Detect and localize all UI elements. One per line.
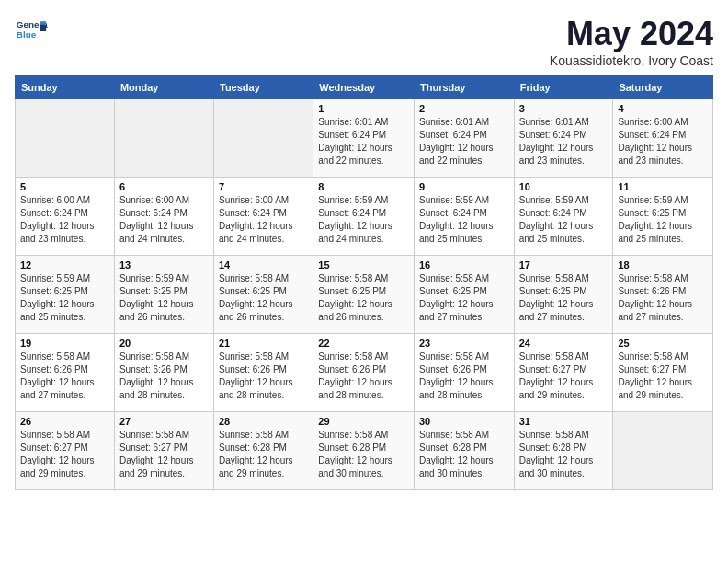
day-number: 12 <box>20 259 109 270</box>
day-number: 22 <box>318 338 409 349</box>
day-number: 24 <box>519 338 609 349</box>
calendar-cell: 29Sunrise: 5:58 AMSunset: 6:28 PMDayligh… <box>313 412 415 490</box>
day-info: Sunrise: 5:58 AMSunset: 6:26 PMDaylight:… <box>618 272 708 324</box>
day-number: 10 <box>519 181 609 192</box>
calendar-cell: 3Sunrise: 6:01 AMSunset: 6:24 PMDaylight… <box>514 99 613 178</box>
calendar-cell <box>16 99 115 178</box>
week-row-2: 5Sunrise: 6:00 AMSunset: 6:24 PMDaylight… <box>16 178 713 256</box>
day-info: Sunrise: 5:59 AMSunset: 6:25 PMDaylight:… <box>20 272 109 324</box>
calendar-cell: 15Sunrise: 5:58 AMSunset: 6:25 PMDayligh… <box>313 256 415 334</box>
day-number: 4 <box>618 103 708 114</box>
day-info: Sunrise: 5:58 AMSunset: 6:27 PMDaylight:… <box>519 350 609 402</box>
calendar-cell: 13Sunrise: 5:59 AMSunset: 6:25 PMDayligh… <box>114 256 213 334</box>
calendar-cell: 16Sunrise: 5:58 AMSunset: 6:25 PMDayligh… <box>414 256 514 334</box>
col-header-saturday: Saturday <box>613 76 713 99</box>
day-info: Sunrise: 6:01 AMSunset: 6:24 PMDaylight:… <box>318 116 409 167</box>
calendar-cell: 10Sunrise: 5:59 AMSunset: 6:24 PMDayligh… <box>514 178 613 256</box>
day-info: Sunrise: 5:59 AMSunset: 6:25 PMDaylight:… <box>618 194 708 246</box>
day-info: Sunrise: 5:58 AMSunset: 6:26 PMDaylight:… <box>318 350 409 402</box>
calendar-cell: 9Sunrise: 5:59 AMSunset: 6:24 PMDaylight… <box>414 178 514 256</box>
calendar-cell: 12Sunrise: 5:59 AMSunset: 6:25 PMDayligh… <box>16 256 115 334</box>
day-info: Sunrise: 5:58 AMSunset: 6:28 PMDaylight:… <box>519 429 609 480</box>
col-header-thursday: Thursday <box>414 76 514 99</box>
col-header-tuesday: Tuesday <box>214 76 313 99</box>
day-info: Sunrise: 5:59 AMSunset: 6:24 PMDaylight:… <box>519 194 609 246</box>
header-row: SundayMondayTuesdayWednesdayThursdayFrid… <box>16 76 713 99</box>
day-number: 13 <box>119 259 209 270</box>
day-info: Sunrise: 5:58 AMSunset: 6:28 PMDaylight:… <box>419 429 509 480</box>
day-number: 31 <box>519 416 609 427</box>
calendar-cell: 5Sunrise: 6:00 AMSunset: 6:24 PMDaylight… <box>16 178 115 256</box>
day-number: 15 <box>318 259 409 270</box>
day-number: 18 <box>618 259 708 270</box>
calendar-table: SundayMondayTuesdayWednesdayThursdayFrid… <box>15 75 713 490</box>
calendar-cell: 31Sunrise: 5:58 AMSunset: 6:28 PMDayligh… <box>514 412 613 490</box>
day-number: 17 <box>519 259 609 270</box>
col-header-wednesday: Wednesday <box>313 76 415 99</box>
day-number: 9 <box>419 181 509 192</box>
day-number: 19 <box>20 338 109 349</box>
calendar-cell: 27Sunrise: 5:58 AMSunset: 6:27 PMDayligh… <box>114 412 213 490</box>
week-row-3: 12Sunrise: 5:59 AMSunset: 6:25 PMDayligh… <box>16 256 713 334</box>
day-info: Sunrise: 5:58 AMSunset: 6:28 PMDaylight:… <box>318 429 409 480</box>
day-number: 5 <box>20 181 109 192</box>
day-info: Sunrise: 5:58 AMSunset: 6:25 PMDaylight:… <box>419 272 509 324</box>
day-number: 25 <box>618 338 708 349</box>
calendar-cell: 8Sunrise: 5:59 AMSunset: 6:24 PMDaylight… <box>313 178 415 256</box>
day-number: 23 <box>419 338 509 349</box>
day-info: Sunrise: 6:01 AMSunset: 6:24 PMDaylight:… <box>519 116 609 167</box>
calendar-cell: 1Sunrise: 6:01 AMSunset: 6:24 PMDaylight… <box>313 99 415 178</box>
day-info: Sunrise: 6:00 AMSunset: 6:24 PMDaylight:… <box>219 194 308 246</box>
logo-icon: General Blue <box>15 15 48 48</box>
day-info: Sunrise: 5:58 AMSunset: 6:27 PMDaylight:… <box>20 429 109 480</box>
day-number: 3 <box>519 103 609 114</box>
day-info: Sunrise: 5:59 AMSunset: 6:25 PMDaylight:… <box>119 272 209 324</box>
svg-text:Blue: Blue <box>17 29 37 40</box>
day-info: Sunrise: 6:01 AMSunset: 6:24 PMDaylight:… <box>419 116 509 167</box>
day-info: Sunrise: 6:00 AMSunset: 6:24 PMDaylight:… <box>618 116 708 167</box>
week-row-1: 1Sunrise: 6:01 AMSunset: 6:24 PMDaylight… <box>16 99 713 178</box>
calendar-cell <box>214 99 313 178</box>
day-info: Sunrise: 5:58 AMSunset: 6:26 PMDaylight:… <box>419 350 509 402</box>
calendar-cell: 4Sunrise: 6:00 AMSunset: 6:24 PMDaylight… <box>613 99 713 178</box>
logo: General Blue <box>15 15 48 48</box>
day-number: 11 <box>618 181 708 192</box>
calendar-cell: 26Sunrise: 5:58 AMSunset: 6:27 PMDayligh… <box>16 412 115 490</box>
calendar-cell: 22Sunrise: 5:58 AMSunset: 6:26 PMDayligh… <box>313 334 415 412</box>
day-info: Sunrise: 5:58 AMSunset: 6:25 PMDaylight:… <box>318 272 409 324</box>
day-number: 6 <box>119 181 209 192</box>
day-info: Sunrise: 6:00 AMSunset: 6:24 PMDaylight:… <box>119 194 209 246</box>
calendar-cell: 7Sunrise: 6:00 AMSunset: 6:24 PMDaylight… <box>214 178 313 256</box>
calendar-cell: 30Sunrise: 5:58 AMSunset: 6:28 PMDayligh… <box>414 412 514 490</box>
svg-marker-4 <box>40 25 46 31</box>
day-number: 7 <box>219 181 308 192</box>
col-header-friday: Friday <box>514 76 613 99</box>
day-info: Sunrise: 5:59 AMSunset: 6:24 PMDaylight:… <box>318 194 409 246</box>
calendar-cell: 2Sunrise: 6:01 AMSunset: 6:24 PMDaylight… <box>414 99 514 178</box>
day-number: 14 <box>219 259 308 270</box>
calendar-cell <box>114 99 213 178</box>
day-info: Sunrise: 5:59 AMSunset: 6:24 PMDaylight:… <box>419 194 509 246</box>
calendar-cell: 24Sunrise: 5:58 AMSunset: 6:27 PMDayligh… <box>514 334 613 412</box>
calendar-cell: 21Sunrise: 5:58 AMSunset: 6:26 PMDayligh… <box>214 334 313 412</box>
title-block: May 2024 Kouassidiotekro, Ivory Coast <box>550 15 713 68</box>
page-header: General Blue May 2024 Kouassidiotekro, I… <box>15 15 713 68</box>
calendar-cell: 17Sunrise: 5:58 AMSunset: 6:25 PMDayligh… <box>514 256 613 334</box>
day-info: Sunrise: 6:00 AMSunset: 6:24 PMDaylight:… <box>20 194 109 246</box>
calendar-cell: 20Sunrise: 5:58 AMSunset: 6:26 PMDayligh… <box>114 334 213 412</box>
day-info: Sunrise: 5:58 AMSunset: 6:25 PMDaylight:… <box>519 272 609 324</box>
day-info: Sunrise: 5:58 AMSunset: 6:26 PMDaylight:… <box>20 350 109 402</box>
calendar-cell: 19Sunrise: 5:58 AMSunset: 6:26 PMDayligh… <box>16 334 115 412</box>
day-number: 1 <box>318 103 409 114</box>
day-number: 27 <box>119 416 209 427</box>
week-row-4: 19Sunrise: 5:58 AMSunset: 6:26 PMDayligh… <box>16 334 713 412</box>
day-number: 8 <box>318 181 409 192</box>
location: Kouassidiotekro, Ivory Coast <box>550 53 713 68</box>
calendar-cell <box>613 412 713 490</box>
day-number: 30 <box>419 416 509 427</box>
col-header-sunday: Sunday <box>16 76 115 99</box>
week-row-5: 26Sunrise: 5:58 AMSunset: 6:27 PMDayligh… <box>16 412 713 490</box>
day-number: 16 <box>419 259 509 270</box>
day-info: Sunrise: 5:58 AMSunset: 6:27 PMDaylight:… <box>618 350 708 402</box>
day-number: 2 <box>419 103 509 114</box>
